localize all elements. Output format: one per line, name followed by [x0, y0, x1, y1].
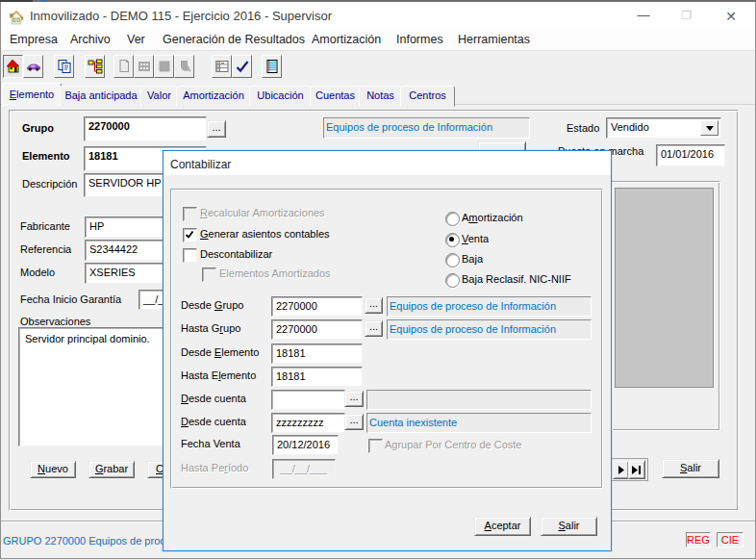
app-window: Inmovilizado - DEMO 115 - Ejercicio 2016…: [0, 0, 756, 560]
window-border: [0, 2, 756, 559]
